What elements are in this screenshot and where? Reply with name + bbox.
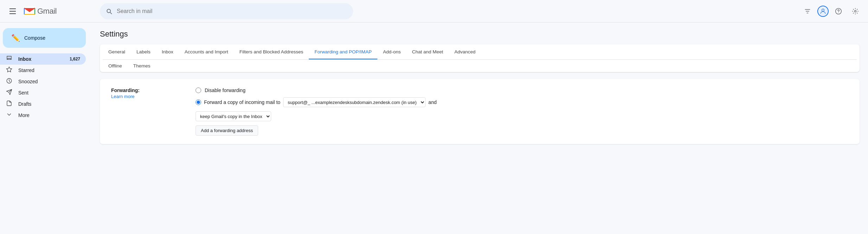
svg-point-1 bbox=[822, 9, 824, 11]
tab-advanced[interactable]: Advanced bbox=[449, 44, 481, 60]
topbar-left: Gmail bbox=[6, 4, 97, 18]
disable-forwarding-row: Disable forwarding bbox=[196, 87, 848, 93]
forwarding-setting-row: Forwarding: Learn more Disable forwardin… bbox=[111, 87, 848, 136]
add-forwarding-row: Add a forwarding address bbox=[196, 125, 848, 136]
tabs-row-1: General Labels Inbox Accounts and Import… bbox=[103, 44, 857, 60]
tab-addons[interactable]: Add-ons bbox=[377, 44, 406, 60]
tab-chat[interactable]: Chat and Meet bbox=[406, 44, 449, 60]
sidebar: ✏️ Compose Inbox 1,627 Starred Snoozed bbox=[0, 22, 91, 234]
compose-button[interactable]: ✏️ Compose bbox=[3, 28, 86, 48]
sidebar-item-starred-label: Starred bbox=[18, 67, 80, 73]
disable-forwarding-label: Disable forwarding bbox=[205, 87, 245, 93]
forwarding-label-col: Forwarding: Learn more bbox=[111, 87, 181, 99]
main-area: ✏️ Compose Inbox 1,627 Starred Snoozed bbox=[0, 22, 868, 234]
help-icon bbox=[835, 8, 842, 15]
tab-accounts[interactable]: Accounts and Import bbox=[179, 44, 234, 60]
tab-offline[interactable]: Offline bbox=[103, 60, 128, 72]
sidebar-item-inbox[interactable]: Inbox 1,627 bbox=[0, 53, 86, 65]
disable-forwarding-radio[interactable] bbox=[196, 87, 201, 93]
gmail-logo: Gmail bbox=[23, 6, 57, 16]
settings-button[interactable] bbox=[848, 4, 862, 18]
inbox-icon bbox=[6, 55, 13, 63]
avatar-icon bbox=[819, 8, 826, 15]
tab-forwarding[interactable]: Forwarding and POP/IMAP bbox=[309, 44, 377, 60]
sidebar-item-inbox-label: Inbox bbox=[18, 56, 64, 62]
page-title: Settings bbox=[100, 30, 860, 39]
more-icon bbox=[6, 111, 13, 119]
forwarding-controls: Disable forwarding Forward a copy of inc… bbox=[196, 87, 848, 136]
hamburger-icon bbox=[9, 8, 16, 14]
compose-icon: ✏️ bbox=[11, 34, 20, 42]
help-button[interactable] bbox=[831, 4, 845, 18]
sidebar-item-sent-label: Sent bbox=[18, 90, 80, 96]
tabs-container: General Labels Inbox Accounts and Import… bbox=[100, 44, 860, 72]
hamburger-menu-button[interactable] bbox=[6, 4, 20, 18]
app-name-label: Gmail bbox=[37, 7, 57, 16]
add-forwarding-address-button[interactable]: Add a forwarding address bbox=[196, 125, 258, 136]
tab-labels[interactable]: Labels bbox=[131, 44, 156, 60]
sidebar-item-drafts-label: Drafts bbox=[18, 101, 80, 107]
search-input[interactable] bbox=[117, 8, 347, 14]
copy-action-select[interactable]: keep Gmail's copy in the Inboxarchive Gm… bbox=[196, 111, 271, 121]
starred-icon bbox=[6, 66, 13, 74]
tab-themes[interactable]: Themes bbox=[128, 60, 156, 72]
filter-icon bbox=[804, 8, 811, 15]
avatar[interactable] bbox=[817, 6, 829, 17]
and-text: and bbox=[428, 99, 436, 105]
content-area: Settings General Labels Inbox Accounts a… bbox=[91, 22, 868, 234]
forward-copy-label: Forward a copy of incoming mail to bbox=[204, 99, 280, 105]
search-bar[interactable] bbox=[100, 3, 353, 19]
sidebar-item-starred[interactable]: Starred bbox=[0, 65, 86, 76]
tabs-row-2: Offline Themes bbox=[103, 60, 857, 72]
forward-copy-radio[interactable] bbox=[196, 99, 201, 105]
compose-label: Compose bbox=[24, 35, 45, 41]
sidebar-item-sent[interactable]: Sent bbox=[0, 87, 86, 98]
sidebar-item-more[interactable]: More bbox=[0, 110, 86, 121]
learn-more-link[interactable]: Learn more bbox=[111, 94, 134, 99]
filter-icon-button[interactable] bbox=[800, 4, 815, 18]
forward-copy-row: Forward a copy of incoming mail to suppo… bbox=[196, 97, 848, 107]
sidebar-item-more-label: More bbox=[18, 112, 80, 118]
svg-point-3 bbox=[838, 12, 838, 13]
sidebar-item-inbox-count: 1,627 bbox=[70, 57, 80, 61]
tab-inbox[interactable]: Inbox bbox=[156, 44, 179, 60]
svg-point-4 bbox=[855, 10, 856, 12]
sent-icon bbox=[6, 89, 13, 97]
settings-body: Forwarding: Learn more Disable forwardin… bbox=[100, 79, 860, 144]
gmail-m-icon bbox=[23, 6, 36, 16]
search-icon bbox=[106, 8, 113, 15]
tab-general[interactable]: General bbox=[103, 44, 131, 60]
topbar: Gmail bbox=[0, 0, 868, 22]
sidebar-item-snoozed-label: Snoozed bbox=[18, 79, 80, 84]
forward-address-select[interactable]: support@_ ...examplezendesksubdomain.zen… bbox=[283, 97, 426, 107]
sidebar-item-snoozed[interactable]: Snoozed bbox=[0, 76, 86, 87]
snoozed-icon bbox=[6, 78, 13, 86]
gear-icon bbox=[852, 8, 859, 15]
drafts-icon bbox=[6, 100, 13, 108]
forwarding-label: Forwarding: bbox=[111, 87, 181, 93]
sidebar-item-drafts[interactable]: Drafts bbox=[0, 98, 86, 110]
copy-action-row: keep Gmail's copy in the Inboxarchive Gm… bbox=[196, 111, 848, 121]
tab-filters[interactable]: Filters and Blocked Addresses bbox=[234, 44, 309, 60]
topbar-right bbox=[800, 4, 862, 18]
